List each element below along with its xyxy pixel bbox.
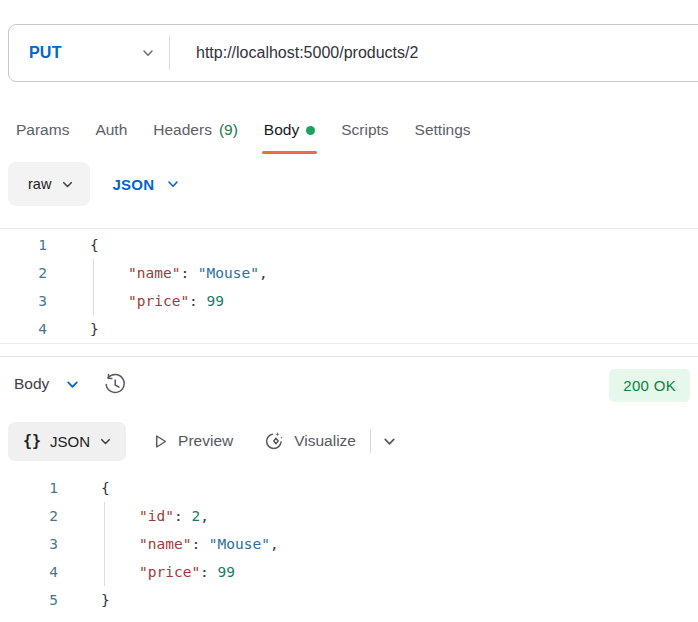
visualize-button[interactable]: Visualize [263,430,356,452]
chevron-down-icon [61,178,74,191]
body-modified-dot-icon [306,126,315,135]
line-number: 4 [0,315,47,343]
history-button[interactable] [102,372,127,397]
line-number: 4 [0,558,58,586]
response-body-label: Body [14,375,49,393]
chevron-down-icon [166,177,180,191]
indent-guide [93,287,94,315]
code-line: 5 } [0,586,698,614]
line-number: 5 [0,586,58,614]
magic-sparkle-icon [263,430,285,452]
chevron-down-icon [382,434,397,449]
toolbar-divider [370,429,371,453]
chevron-down-icon [141,46,155,60]
line-number: 3 [0,287,47,315]
response-format-label: JSON [50,433,90,450]
line-number: 1 [0,474,58,502]
chevron-down-icon [65,377,80,392]
code-line: 1 { [0,474,698,502]
request-body-editor[interactable]: 1 { 2 "name": "Mouse", 3 "price": 99 4 } [0,228,698,344]
code-line: 2 "name": "Mouse", [0,259,698,287]
line-number: 2 [0,502,58,530]
line-number: 2 [0,259,47,287]
status-badge: 200 OK [609,369,690,402]
line-number: 3 [0,530,58,558]
code-line: 1 { [0,231,698,259]
code-line: 4 "price": 99 [0,558,698,586]
indent-guide [104,558,105,586]
more-formats-dropdown[interactable] [382,434,397,449]
braces-icon: {} [23,432,41,450]
method-label: PUT [29,44,62,62]
tab-settings[interactable]: Settings [415,110,471,150]
response-body-editor[interactable]: 1 { 2 "id": 2, 3 "name": "Mouse", 4 "pri… [0,472,698,616]
indent-guide [104,502,105,530]
request-url-bar: PUT [8,24,698,82]
indent-guide [93,259,94,287]
response-section: Body 200 OK [0,356,698,411]
code-line: 3 "price": 99 [0,287,698,315]
rest-client-window: PUT Params Auth Headers (9) Body Scripts… [0,0,698,622]
headers-count: (9) [219,121,238,139]
code-line: 2 "id": 2, [0,502,698,530]
response-toolbar: {} JSON Preview Visualize [8,421,397,461]
tab-scripts[interactable]: Scripts [341,110,388,150]
response-header: Body 200 OK [0,357,698,411]
method-dropdown[interactable]: PUT [9,44,169,62]
url-input[interactable] [170,44,698,62]
response-view-dropdown[interactable] [65,377,80,392]
tab-headers[interactable]: Headers (9) [153,110,238,150]
request-tabs: Params Auth Headers (9) Body Scripts Set… [0,110,698,150]
body-type-toolbar: raw JSON [8,162,180,206]
chevron-down-icon [99,435,112,448]
indent-guide [104,530,105,558]
preview-label: Preview [178,432,233,450]
code-line: 3 "name": "Mouse", [0,530,698,558]
body-format-label: raw [28,176,51,192]
language-dropdown[interactable]: JSON [112,176,180,193]
code-line: 4 } [0,315,698,343]
preview-button[interactable]: Preview [152,432,233,450]
language-label: JSON [112,176,154,193]
tab-params[interactable]: Params [16,110,69,150]
history-clock-icon [102,372,127,397]
tab-body[interactable]: Body [264,110,315,150]
tab-auth[interactable]: Auth [95,110,127,150]
play-outline-icon [152,433,169,450]
visualize-label: Visualize [294,432,356,450]
body-format-dropdown[interactable]: raw [8,162,90,206]
response-format-dropdown[interactable]: {} JSON [8,422,126,461]
line-number: 1 [0,231,47,259]
